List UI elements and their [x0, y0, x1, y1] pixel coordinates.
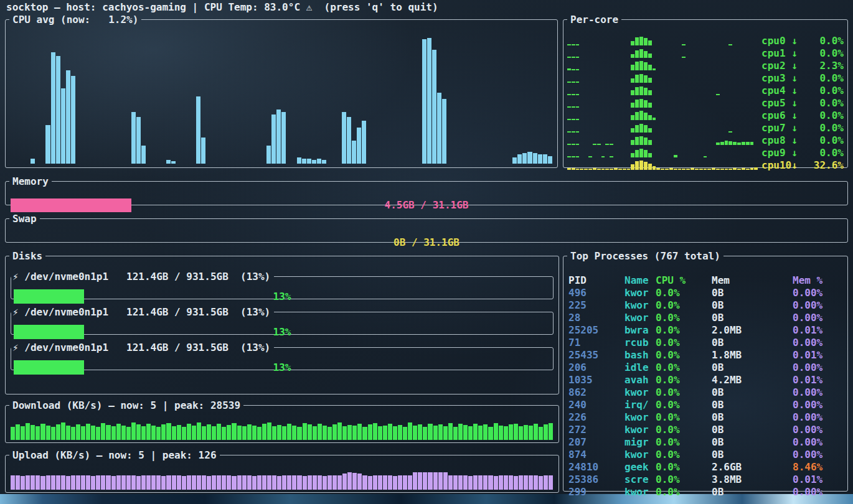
download-history-bar — [347, 425, 352, 440]
cpu-history-bar — [307, 159, 311, 164]
download-history-bar — [287, 424, 291, 440]
download-history-bar — [297, 427, 301, 440]
core-history-bar — [644, 100, 648, 108]
core-row: cpu6 ↓0.0% — [567, 109, 844, 121]
upload-history-bar — [483, 475, 488, 490]
core-history-bar — [635, 50, 639, 58]
mem-cell: 0B — [712, 362, 793, 374]
download-history-bar — [242, 426, 247, 440]
upload-history-bar — [378, 475, 382, 490]
upload-history-bar — [106, 475, 110, 490]
core-history-bar — [635, 150, 639, 157]
upload-history-bar — [16, 475, 20, 490]
upload-history-bar — [313, 475, 317, 490]
core-history-bar — [704, 156, 707, 157]
core-usage-value: 2.3% — [809, 60, 844, 72]
download-history-bar — [408, 422, 412, 440]
upload-history-bar — [328, 475, 332, 490]
core-history-bar — [644, 125, 648, 133]
upload-history-bar — [388, 475, 392, 490]
process-row: 28kwor0.0%0B0.00% — [563, 312, 847, 324]
core-history-bar — [610, 144, 613, 145]
core-history-bar — [639, 136, 643, 145]
download-history-bar — [398, 425, 402, 440]
download-history-bar — [252, 426, 257, 440]
core-history-bar — [648, 164, 652, 170]
cpu-history-bar — [302, 159, 306, 164]
upload-history-bar — [217, 475, 221, 490]
cpu-cell: 0.0% — [656, 312, 712, 324]
upload-history-bar — [101, 475, 105, 490]
core-history-chart — [567, 98, 758, 108]
upload-history-bar — [448, 475, 453, 490]
name-cell: rcub — [624, 337, 656, 349]
name-cell: kwor — [624, 486, 656, 498]
download-history-bar — [303, 423, 307, 440]
pid-cell: 240 — [568, 399, 624, 411]
core-history-bar — [682, 44, 686, 45]
process-table-header: PID Name CPU % Mem Mem % — [563, 274, 847, 287]
download-history-bar — [318, 424, 322, 440]
core-history-bar — [567, 144, 571, 145]
mem-pct-cell: 0.01% — [793, 349, 842, 362]
upload-history-bar — [352, 473, 357, 490]
cpu-history-bar — [322, 160, 326, 164]
core-history-bar — [618, 169, 622, 170]
cpu-history-bar — [432, 50, 436, 164]
disk-label: ⚡ /dev/nvme0n1p1 121.4GB / 931.5GB (13%) — [11, 306, 274, 318]
download-history-bar — [31, 425, 35, 440]
core-usage-value: 0.0% — [809, 35, 844, 47]
upload-history-bar — [534, 475, 538, 490]
mem-cell: 0B — [712, 312, 793, 324]
upload-history-bar — [488, 475, 492, 490]
core-history-bar — [635, 125, 639, 133]
core-history-bar — [631, 65, 634, 70]
memory-title: Memory — [9, 175, 52, 187]
cpu-history-bar — [352, 141, 356, 164]
cpu-history-bar — [347, 117, 351, 164]
cpu-history-bar — [31, 159, 35, 164]
mem-cell: 0B — [712, 399, 793, 411]
core-history-bar — [653, 118, 656, 120]
upload-history-bar — [504, 475, 508, 490]
core-history-bar — [601, 156, 605, 157]
core-history-bar — [567, 119, 571, 120]
upload-history-bar — [499, 475, 503, 490]
core-history-bar — [588, 156, 592, 157]
name-cell: irq/ — [624, 399, 656, 411]
core-history-bar — [644, 75, 648, 83]
download-history-bar — [403, 427, 407, 440]
process-row: 862kwor0.0%0B0.00% — [563, 386, 847, 399]
column-header-mem: Mem — [712, 274, 793, 287]
pid-cell: 226 — [568, 411, 624, 424]
core-history-bar — [601, 169, 605, 170]
core-history-bar — [567, 131, 571, 133]
cpu-avg-title: CPU avg (now: 1.2%) — [9, 14, 141, 26]
core-history-bar — [639, 99, 643, 108]
upload-history-bar — [136, 476, 141, 490]
cpu-avg-panel: CPU avg (now: 1.2%) — [5, 14, 558, 168]
core-history-bar — [669, 168, 673, 170]
core-row: cpu10↓32.6% — [567, 159, 844, 171]
disks-title: Disks — [9, 250, 45, 262]
cpu-avg-history-chart — [11, 34, 552, 164]
name-cell: kwor — [624, 411, 656, 424]
upload-history-bar — [207, 476, 211, 490]
process-row: 24810geek0.0%2.6GB8.46% — [563, 461, 847, 474]
core-history-bar — [635, 137, 639, 145]
mem-pct-cell: 0.00% — [793, 337, 842, 349]
download-history-bar — [267, 422, 271, 440]
core-usage-value: 0.0% — [809, 122, 844, 134]
core-history-chart — [567, 110, 758, 120]
core-history-bar — [572, 144, 575, 145]
download-history-bar — [413, 426, 417, 440]
cpu-history-bar — [196, 96, 200, 164]
upload-history-bar — [146, 475, 151, 490]
upload-history-bar — [91, 476, 95, 490]
process-row: 207migr0.0%0B0.00% — [563, 436, 847, 449]
upload-history-bar — [141, 475, 146, 490]
core-usage-value: 32.6% — [809, 159, 844, 171]
process-row: 299kwor0.0%0B0.00% — [563, 486, 847, 498]
upload-history-bar — [413, 472, 417, 490]
download-history-bar — [207, 424, 211, 440]
